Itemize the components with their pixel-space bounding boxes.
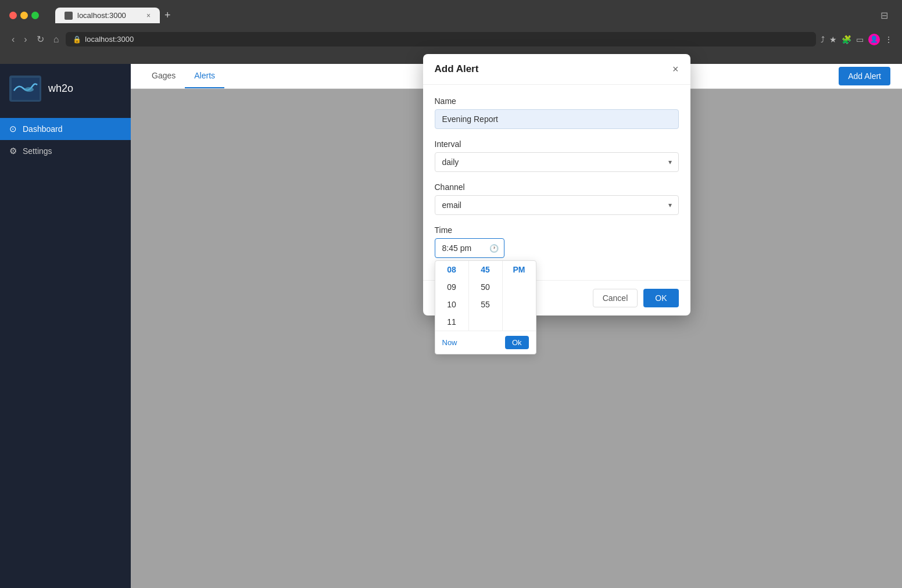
name-field-group: Name (435, 96, 679, 129)
back-button[interactable]: ‹ (9, 33, 17, 46)
sidebar-item-dashboard[interactable]: ⊙ Dashboard (0, 118, 131, 140)
name-label: Name (435, 96, 679, 106)
modal-title: Add Alert (435, 63, 479, 75)
hour-10[interactable]: 10 (435, 296, 468, 313)
address-bar[interactable]: 🔒 localhost:3000 (66, 32, 816, 46)
time-field-group: Time 🕐 08 09 (435, 225, 679, 258)
app-container: wh2o ⊙ Dashboard ⚙ Settings Gages Alerts… (0, 64, 902, 588)
maximize-traffic-light[interactable] (31, 12, 39, 19)
subnav-gages[interactable]: Gages (142, 64, 185, 88)
interval-field-group: Interval daily weekly hourly ▾ (435, 139, 679, 172)
channel-field-group: Channel email sms push ▾ (435, 182, 679, 215)
channel-label: Channel (435, 182, 679, 192)
sidebar-item-label-settings: Settings (23, 146, 52, 156)
sidebar-navigation: ⊙ Dashboard ⚙ Settings (0, 113, 131, 167)
modal-close-button[interactable]: × (672, 64, 679, 74)
main-content: Gages Alerts Add Alert Last Sent Add Ale… (131, 64, 902, 588)
time-picker-columns: 08 09 10 11 45 50 55 (435, 261, 536, 331)
close-traffic-light[interactable] (9, 12, 17, 19)
tab-favicon (65, 12, 73, 20)
add-alert-button[interactable]: Add Alert (839, 67, 890, 85)
cancel-button[interactable]: Cancel (593, 289, 638, 307)
logo-image (9, 76, 41, 102)
time-ok-button[interactable]: Ok (505, 336, 529, 349)
url-text: localhost:3000 (85, 35, 134, 44)
name-input[interactable] (435, 109, 679, 129)
time-picker-footer: Now Ok (435, 331, 536, 354)
minutes-column[interactable]: 45 50 55 (469, 261, 503, 331)
settings-icon: ⚙ (9, 146, 17, 156)
period-column[interactable]: PM (503, 261, 536, 331)
extensions-icon[interactable]: 🧩 (842, 35, 851, 44)
interval-select-wrapper: daily weekly hourly ▾ (435, 152, 679, 172)
menu-icon[interactable]: ⋮ (885, 35, 893, 44)
minute-45[interactable]: 45 (469, 261, 502, 278)
refresh-button[interactable]: ↻ (34, 33, 46, 46)
subnav-alerts[interactable]: Alerts (185, 64, 224, 88)
svg-point-1 (24, 87, 34, 92)
modal-body: Name Interval daily weekly hourly ▾ (423, 85, 690, 280)
hours-column[interactable]: 08 09 10 11 (435, 261, 469, 331)
sidebar-logo: wh2o (0, 64, 131, 113)
sidebar-toggle-icon[interactable]: ▭ (856, 35, 864, 44)
time-input-wrapper: 🕐 08 09 10 11 (435, 238, 504, 258)
sidebar: wh2o ⊙ Dashboard ⚙ Settings (0, 64, 131, 588)
home-button[interactable]: ⌂ (51, 33, 62, 46)
time-label: Time (435, 225, 679, 235)
dashboard-icon: ⊙ (9, 124, 17, 134)
forward-button[interactable]: › (22, 33, 29, 46)
ok-button[interactable]: OK (643, 289, 678, 307)
new-tab-button[interactable]: + (160, 7, 176, 24)
share-icon[interactable]: ⤴ (821, 35, 825, 44)
hour-08[interactable]: 08 (435, 261, 468, 278)
period-pm[interactable]: PM (503, 261, 536, 278)
interval-select[interactable]: daily weekly hourly (435, 152, 679, 172)
channel-select[interactable]: email sms push (435, 195, 679, 215)
lock-icon: 🔒 (73, 35, 81, 44)
minimize-traffic-light[interactable] (20, 12, 28, 19)
minute-55[interactable]: 55 (469, 296, 502, 313)
interval-label: Interval (435, 139, 679, 149)
bookmark-icon[interactable]: ★ (829, 35, 837, 44)
sidebar-item-label-dashboard: Dashboard (23, 124, 63, 134)
tab-close-btn[interactable]: × (146, 12, 151, 20)
hour-09[interactable]: 09 (435, 278, 468, 296)
browser-tab[interactable]: localhost:3000 × (55, 8, 160, 23)
profile-icon[interactable]: 👤 (868, 34, 880, 45)
modal-header: Add Alert × (423, 54, 690, 85)
hour-11[interactable]: 11 (435, 313, 468, 331)
logo-text: wh2o (48, 83, 73, 95)
content-area: Last Sent Add Alert × Name Inte (131, 89, 902, 588)
time-picker-dropdown: 08 09 10 11 45 50 55 (435, 260, 536, 354)
traffic-lights (9, 12, 39, 19)
add-alert-modal: Add Alert × Name Interval daily (423, 54, 690, 315)
tab-title: localhost:3000 (77, 11, 126, 20)
window-controls: ⊟ (880, 10, 888, 21)
time-now-button[interactable]: Now (442, 338, 457, 347)
minute-50[interactable]: 50 (469, 278, 502, 296)
sidebar-item-settings[interactable]: ⚙ Settings (0, 140, 131, 162)
clock-icon: 🕐 (489, 244, 499, 253)
channel-select-wrapper: email sms push ▾ (435, 195, 679, 215)
